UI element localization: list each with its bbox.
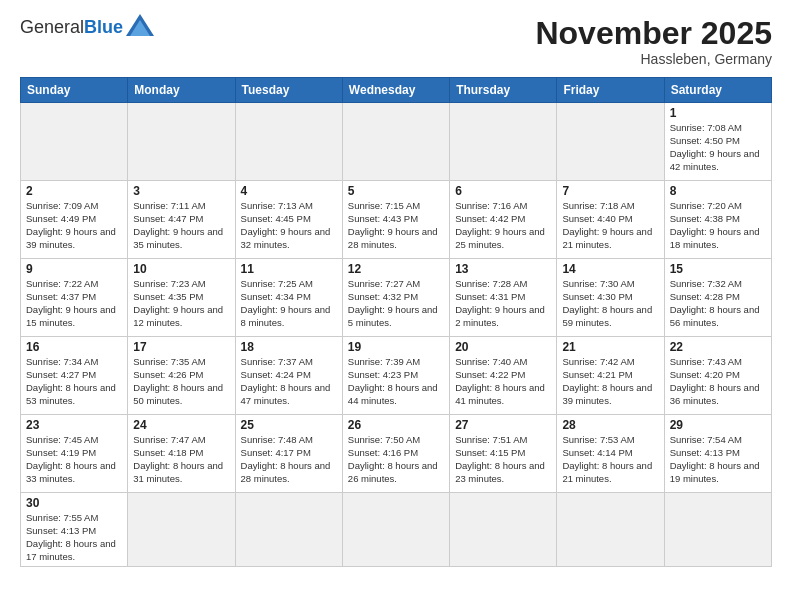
- day-info: Sunrise: 7:47 AM Sunset: 4:18 PM Dayligh…: [133, 434, 229, 485]
- day-info: Sunrise: 7:13 AM Sunset: 4:45 PM Dayligh…: [241, 200, 337, 251]
- day-info: Sunrise: 7:15 AM Sunset: 4:43 PM Dayligh…: [348, 200, 444, 251]
- day-number: 5: [348, 184, 444, 198]
- day-info: Sunrise: 7:40 AM Sunset: 4:22 PM Dayligh…: [455, 356, 551, 407]
- table-row: 19Sunrise: 7:39 AM Sunset: 4:23 PM Dayli…: [342, 337, 449, 415]
- day-info: Sunrise: 7:37 AM Sunset: 4:24 PM Dayligh…: [241, 356, 337, 407]
- header-friday: Friday: [557, 78, 664, 103]
- logo: General Blue: [20, 16, 154, 38]
- title-block: November 2025 Hassleben, Germany: [535, 16, 772, 67]
- table-row: [235, 493, 342, 567]
- day-number: 9: [26, 262, 122, 276]
- table-row: 12Sunrise: 7:27 AM Sunset: 4:32 PM Dayli…: [342, 259, 449, 337]
- table-row: 30Sunrise: 7:55 AM Sunset: 4:13 PM Dayli…: [21, 493, 128, 567]
- header-saturday: Saturday: [664, 78, 771, 103]
- table-row: 15Sunrise: 7:32 AM Sunset: 4:28 PM Dayli…: [664, 259, 771, 337]
- day-number: 12: [348, 262, 444, 276]
- day-info: Sunrise: 7:23 AM Sunset: 4:35 PM Dayligh…: [133, 278, 229, 329]
- calendar-week-row: 9Sunrise: 7:22 AM Sunset: 4:37 PM Daylig…: [21, 259, 772, 337]
- calendar-table: Sunday Monday Tuesday Wednesday Thursday…: [20, 77, 772, 567]
- month-title: November 2025: [535, 16, 772, 51]
- table-row: 5Sunrise: 7:15 AM Sunset: 4:43 PM Daylig…: [342, 181, 449, 259]
- day-number: 3: [133, 184, 229, 198]
- location: Hassleben, Germany: [535, 51, 772, 67]
- day-number: 7: [562, 184, 658, 198]
- logo-icon: [126, 14, 154, 36]
- calendar-week-row: 16Sunrise: 7:34 AM Sunset: 4:27 PM Dayli…: [21, 337, 772, 415]
- day-number: 6: [455, 184, 551, 198]
- day-number: 16: [26, 340, 122, 354]
- day-info: Sunrise: 7:28 AM Sunset: 4:31 PM Dayligh…: [455, 278, 551, 329]
- table-row: [235, 103, 342, 181]
- calendar-page: General Blue November 2025 Hassleben, Ge…: [0, 0, 792, 612]
- table-row: 23Sunrise: 7:45 AM Sunset: 4:19 PM Dayli…: [21, 415, 128, 493]
- table-row: 17Sunrise: 7:35 AM Sunset: 4:26 PM Dayli…: [128, 337, 235, 415]
- day-info: Sunrise: 7:30 AM Sunset: 4:30 PM Dayligh…: [562, 278, 658, 329]
- day-info: Sunrise: 7:32 AM Sunset: 4:28 PM Dayligh…: [670, 278, 766, 329]
- table-row: [557, 493, 664, 567]
- table-row: [128, 493, 235, 567]
- day-number: 25: [241, 418, 337, 432]
- table-row: 4Sunrise: 7:13 AM Sunset: 4:45 PM Daylig…: [235, 181, 342, 259]
- day-info: Sunrise: 7:27 AM Sunset: 4:32 PM Dayligh…: [348, 278, 444, 329]
- day-info: Sunrise: 7:08 AM Sunset: 4:50 PM Dayligh…: [670, 122, 766, 173]
- table-row: [342, 103, 449, 181]
- logo-general-text: General: [20, 17, 84, 38]
- table-row: [21, 103, 128, 181]
- day-number: 1: [670, 106, 766, 120]
- day-info: Sunrise: 7:45 AM Sunset: 4:19 PM Dayligh…: [26, 434, 122, 485]
- day-info: Sunrise: 7:51 AM Sunset: 4:15 PM Dayligh…: [455, 434, 551, 485]
- day-number: 4: [241, 184, 337, 198]
- table-row: 18Sunrise: 7:37 AM Sunset: 4:24 PM Dayli…: [235, 337, 342, 415]
- table-row: 26Sunrise: 7:50 AM Sunset: 4:16 PM Dayli…: [342, 415, 449, 493]
- day-info: Sunrise: 7:22 AM Sunset: 4:37 PM Dayligh…: [26, 278, 122, 329]
- table-row: 29Sunrise: 7:54 AM Sunset: 4:13 PM Dayli…: [664, 415, 771, 493]
- day-number: 11: [241, 262, 337, 276]
- day-number: 30: [26, 496, 122, 510]
- table-row: 28Sunrise: 7:53 AM Sunset: 4:14 PM Dayli…: [557, 415, 664, 493]
- table-row: [342, 493, 449, 567]
- header-monday: Monday: [128, 78, 235, 103]
- table-row: 1Sunrise: 7:08 AM Sunset: 4:50 PM Daylig…: [664, 103, 771, 181]
- day-info: Sunrise: 7:39 AM Sunset: 4:23 PM Dayligh…: [348, 356, 444, 407]
- day-info: Sunrise: 7:35 AM Sunset: 4:26 PM Dayligh…: [133, 356, 229, 407]
- day-info: Sunrise: 7:11 AM Sunset: 4:47 PM Dayligh…: [133, 200, 229, 251]
- header: General Blue November 2025 Hassleben, Ge…: [20, 16, 772, 67]
- day-info: Sunrise: 7:43 AM Sunset: 4:20 PM Dayligh…: [670, 356, 766, 407]
- day-number: 27: [455, 418, 551, 432]
- table-row: 21Sunrise: 7:42 AM Sunset: 4:21 PM Dayli…: [557, 337, 664, 415]
- day-info: Sunrise: 7:42 AM Sunset: 4:21 PM Dayligh…: [562, 356, 658, 407]
- day-info: Sunrise: 7:48 AM Sunset: 4:17 PM Dayligh…: [241, 434, 337, 485]
- day-info: Sunrise: 7:20 AM Sunset: 4:38 PM Dayligh…: [670, 200, 766, 251]
- logo-blue-text: Blue: [84, 17, 123, 38]
- table-row: 22Sunrise: 7:43 AM Sunset: 4:20 PM Dayli…: [664, 337, 771, 415]
- table-row: 6Sunrise: 7:16 AM Sunset: 4:42 PM Daylig…: [450, 181, 557, 259]
- table-row: 14Sunrise: 7:30 AM Sunset: 4:30 PM Dayli…: [557, 259, 664, 337]
- table-row: 25Sunrise: 7:48 AM Sunset: 4:17 PM Dayli…: [235, 415, 342, 493]
- day-number: 29: [670, 418, 766, 432]
- day-number: 22: [670, 340, 766, 354]
- table-row: 7Sunrise: 7:18 AM Sunset: 4:40 PM Daylig…: [557, 181, 664, 259]
- day-number: 21: [562, 340, 658, 354]
- day-info: Sunrise: 7:16 AM Sunset: 4:42 PM Dayligh…: [455, 200, 551, 251]
- header-sunday: Sunday: [21, 78, 128, 103]
- day-number: 20: [455, 340, 551, 354]
- table-row: [128, 103, 235, 181]
- day-number: 26: [348, 418, 444, 432]
- day-number: 28: [562, 418, 658, 432]
- day-number: 10: [133, 262, 229, 276]
- calendar-week-row: 23Sunrise: 7:45 AM Sunset: 4:19 PM Dayli…: [21, 415, 772, 493]
- day-number: 17: [133, 340, 229, 354]
- day-number: 23: [26, 418, 122, 432]
- table-row: 11Sunrise: 7:25 AM Sunset: 4:34 PM Dayli…: [235, 259, 342, 337]
- day-info: Sunrise: 7:55 AM Sunset: 4:13 PM Dayligh…: [26, 512, 122, 563]
- table-row: 10Sunrise: 7:23 AM Sunset: 4:35 PM Dayli…: [128, 259, 235, 337]
- header-thursday: Thursday: [450, 78, 557, 103]
- table-row: 27Sunrise: 7:51 AM Sunset: 4:15 PM Dayli…: [450, 415, 557, 493]
- day-info: Sunrise: 7:09 AM Sunset: 4:49 PM Dayligh…: [26, 200, 122, 251]
- table-row: [450, 493, 557, 567]
- calendar-week-row: 2Sunrise: 7:09 AM Sunset: 4:49 PM Daylig…: [21, 181, 772, 259]
- day-number: 13: [455, 262, 551, 276]
- day-info: Sunrise: 7:18 AM Sunset: 4:40 PM Dayligh…: [562, 200, 658, 251]
- table-row: 13Sunrise: 7:28 AM Sunset: 4:31 PM Dayli…: [450, 259, 557, 337]
- day-info: Sunrise: 7:50 AM Sunset: 4:16 PM Dayligh…: [348, 434, 444, 485]
